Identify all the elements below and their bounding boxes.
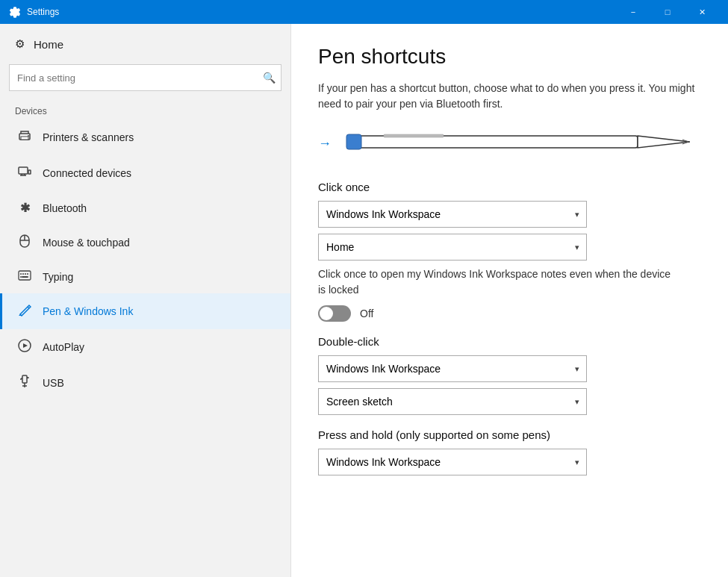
sidebar-item-pen[interactable]: Pen & Windows Ink [0, 293, 290, 329]
pen-illustration: → [318, 127, 701, 160]
sidebar-item-usb[interactable]: USB [0, 365, 290, 401]
minimize-button[interactable]: − [616, 0, 650, 24]
sidebar: ⚙ Home 🔍 Devices Printers & scanners [0, 24, 291, 577]
pen-arrow-icon: → [318, 136, 332, 152]
connected-devices-icon [17, 165, 32, 181]
title-bar-title: Settings [27, 7, 59, 17]
title-bar-controls: − □ ✕ [616, 0, 719, 24]
click-once-secondary-dropdown[interactable]: Home Sticky Notes Sketchpad Screen sketc… [318, 234, 587, 261]
lock-toggle[interactable] [318, 305, 351, 322]
click-once-primary-dropdown[interactable]: Windows Ink Workspace Custom action Noth… [318, 201, 587, 228]
sidebar-item-mouse-label: Mouse & touchpad [43, 237, 130, 249]
printer-icon [17, 129, 32, 146]
sidebar-search-container: 🔍 [9, 64, 281, 91]
svg-rect-18 [22, 375, 27, 383]
press-hold-label: Press and hold (only supported on some p… [318, 428, 701, 441]
close-button[interactable]: ✕ [685, 0, 719, 24]
title-bar: Settings − □ ✕ [0, 0, 728, 24]
press-hold-primary-dropdown[interactable]: Windows Ink Workspace Custom action Noth… [318, 449, 587, 475]
sidebar-item-bluetooth[interactable]: ✱ Bluetooth [0, 191, 290, 225]
typing-icon [17, 270, 32, 284]
double-click-secondary-dropdown[interactable]: Home Sticky Notes Sketchpad Screen sketc… [318, 388, 587, 415]
double-click-primary-select[interactable]: Windows Ink Workspace Custom action Noth… [318, 355, 587, 382]
sidebar-item-connected-label: Connected devices [43, 167, 131, 179]
click-once-section: Click once Windows Ink Workspace Custom … [318, 181, 701, 322]
lock-note-text: Click once to open my Windows Ink Worksp… [318, 266, 676, 298]
svg-rect-3 [19, 167, 28, 174]
press-hold-section: Press and hold (only supported on some p… [318, 428, 701, 475]
bluetooth-icon: ✱ [17, 201, 32, 215]
svg-rect-25 [354, 136, 638, 148]
app-body: ⚙ Home 🔍 Devices Printers & scanners [0, 24, 728, 577]
sidebar-section-label: Devices [0, 100, 290, 119]
double-click-secondary-select[interactable]: Home Sticky Notes Sketchpad Screen sketc… [318, 388, 587, 415]
svg-rect-24 [28, 377, 29, 378]
sidebar-item-printers-label: Printers & scanners [43, 131, 134, 143]
pen-ink-icon [17, 303, 32, 319]
title-bar-left: Settings [9, 6, 59, 18]
maximize-button[interactable]: □ [650, 0, 685, 24]
toggle-knob [320, 307, 333, 320]
autoplay-icon [17, 339, 32, 355]
sidebar-item-autoplay-label: AutoPlay [43, 341, 84, 353]
click-once-primary-select[interactable]: Windows Ink Workspace Custom action Noth… [318, 201, 587, 228]
click-once-label: Click once [318, 181, 701, 193]
press-hold-primary-select[interactable]: Windows Ink Workspace Custom action Noth… [318, 449, 587, 475]
description-text: If your pen has a shortcut button, choos… [318, 81, 701, 112]
click-once-secondary-select[interactable]: Home Sticky Notes Sketchpad Screen sketc… [318, 234, 587, 261]
toggle-row: Off [318, 305, 701, 322]
sidebar-item-bluetooth-label: Bluetooth [43, 202, 87, 214]
search-button[interactable]: 🔍 [263, 72, 276, 84]
double-click-section: Double-click Windows Ink Workspace Custo… [318, 335, 701, 415]
svg-rect-4 [28, 170, 31, 174]
settings-window-icon [9, 6, 21, 18]
sidebar-item-connected[interactable]: Connected devices [0, 155, 290, 191]
page-title: Pen shortcuts [318, 45, 701, 69]
svg-point-2 [28, 135, 29, 137]
sidebar-home-label: Home [34, 38, 63, 51]
svg-rect-27 [384, 134, 444, 137]
svg-rect-26 [346, 134, 361, 149]
main-panel: Pen shortcuts If your pen has a shortcut… [291, 24, 728, 577]
sidebar-item-pen-label: Pen & Windows Ink [43, 305, 133, 317]
svg-rect-8 [19, 271, 31, 280]
svg-marker-17 [23, 343, 28, 348]
sidebar-item-printers[interactable]: Printers & scanners [0, 119, 290, 155]
toggle-label: Off [360, 308, 373, 319]
sidebar-item-usb-label: USB [43, 377, 64, 389]
sidebar-item-autoplay[interactable]: AutoPlay [0, 329, 290, 365]
sidebar-item-mouse[interactable]: Mouse & touchpad [0, 225, 290, 261]
double-click-label: Double-click [318, 335, 701, 348]
sidebar-item-typing-label: Typing [43, 271, 73, 283]
svg-rect-1 [21, 137, 28, 140]
svg-marker-28 [638, 136, 690, 148]
sidebar-item-typing[interactable]: Typing [0, 261, 290, 293]
double-click-primary-dropdown[interactable]: Windows Ink Workspace Custom action Noth… [318, 355, 587, 382]
search-input[interactable] [9, 64, 281, 91]
mouse-icon [17, 234, 32, 251]
sidebar-item-home[interactable]: ⚙ Home [0, 24, 290, 64]
usb-icon [17, 375, 32, 391]
home-gear-icon: ⚙ [15, 37, 25, 51]
pen-image [339, 127, 697, 160]
